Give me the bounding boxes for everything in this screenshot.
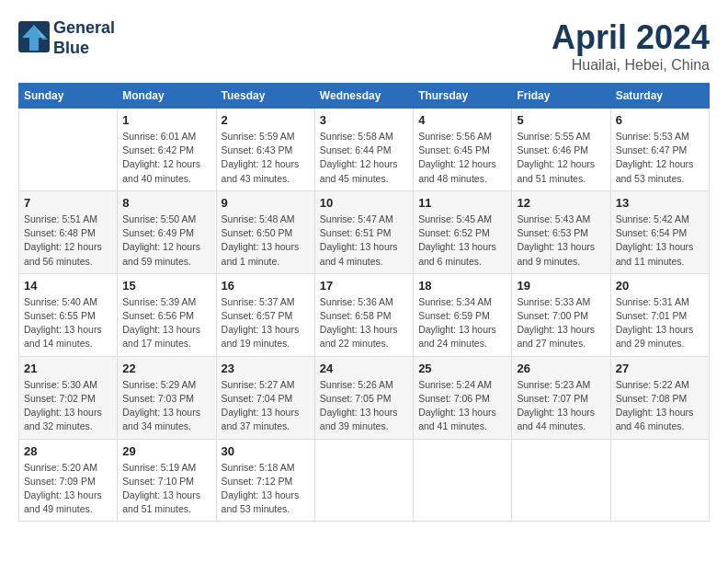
day-info: Sunrise: 5:56 AMSunset: 6:45 PMDaylight:… bbox=[418, 130, 506, 186]
calendar-cell: 2Sunrise: 5:59 AMSunset: 6:43 PMDaylight… bbox=[216, 109, 314, 191]
day-info: Sunrise: 5:40 AMSunset: 6:55 PMDaylight:… bbox=[24, 295, 112, 351]
calendar-cell: 17Sunrise: 5:36 AMSunset: 6:58 PMDayligh… bbox=[314, 273, 413, 356]
day-info: Sunrise: 5:29 AMSunset: 7:03 PMDaylight:… bbox=[122, 378, 210, 434]
day-info: Sunrise: 5:20 AMSunset: 7:09 PMDaylight:… bbox=[24, 461, 112, 517]
day-number: 20 bbox=[616, 279, 704, 293]
calendar-cell: 30Sunrise: 5:18 AMSunset: 7:12 PMDayligh… bbox=[216, 439, 314, 522]
day-number: 30 bbox=[222, 444, 310, 458]
day-info: Sunrise: 5:50 AMSunset: 6:49 PMDaylight:… bbox=[122, 213, 210, 269]
page-header: General Blue April 2024 Huailai, Hebei, … bbox=[18, 18, 710, 74]
location: Huailai, Hebei, China bbox=[552, 57, 710, 74]
day-number: 28 bbox=[24, 444, 112, 458]
calendar-cell bbox=[19, 109, 118, 191]
day-number: 25 bbox=[418, 362, 506, 375]
calendar-cell: 20Sunrise: 5:31 AMSunset: 7:01 PMDayligh… bbox=[610, 273, 709, 356]
calendar-cell: 6Sunrise: 5:53 AMSunset: 6:47 PMDaylight… bbox=[610, 109, 709, 191]
day-info: Sunrise: 5:59 AMSunset: 6:43 PMDaylight:… bbox=[222, 130, 310, 186]
calendar-cell: 10Sunrise: 5:47 AMSunset: 6:51 PMDayligh… bbox=[314, 190, 413, 273]
day-number: 24 bbox=[320, 362, 408, 375]
day-info: Sunrise: 5:42 AMSunset: 6:54 PMDaylight:… bbox=[616, 213, 704, 269]
calendar-cell: 18Sunrise: 5:34 AMSunset: 6:59 PMDayligh… bbox=[414, 273, 512, 356]
calendar-cell: 21Sunrise: 5:30 AMSunset: 7:02 PMDayligh… bbox=[19, 356, 118, 439]
calendar-week-row: 21Sunrise: 5:30 AMSunset: 7:02 PMDayligh… bbox=[19, 356, 710, 439]
calendar-cell bbox=[610, 439, 709, 522]
month-title: April 2024 bbox=[552, 18, 710, 57]
day-info: Sunrise: 5:33 AMSunset: 7:00 PMDaylight:… bbox=[517, 295, 605, 351]
day-number: 26 bbox=[517, 362, 605, 375]
day-number: 10 bbox=[320, 196, 408, 210]
calendar-cell: 16Sunrise: 5:37 AMSunset: 6:57 PMDayligh… bbox=[216, 273, 314, 356]
day-number: 14 bbox=[24, 279, 112, 293]
day-number: 2 bbox=[222, 113, 310, 127]
day-info: Sunrise: 5:58 AMSunset: 6:44 PMDaylight:… bbox=[320, 130, 408, 186]
calendar-week-row: 28Sunrise: 5:20 AMSunset: 7:09 PMDayligh… bbox=[19, 439, 710, 522]
calendar-cell: 12Sunrise: 5:43 AMSunset: 6:53 PMDayligh… bbox=[512, 190, 610, 273]
logo-text: General Blue bbox=[53, 18, 115, 58]
day-info: Sunrise: 5:18 AMSunset: 7:12 PMDaylight:… bbox=[222, 461, 310, 517]
header-row: SundayMondayTuesdayWednesdayThursdayFrid… bbox=[19, 84, 710, 109]
calendar-cell: 1Sunrise: 6:01 AMSunset: 6:42 PMDaylight… bbox=[118, 109, 216, 191]
weekday-header: Monday bbox=[118, 84, 216, 109]
day-info: Sunrise: 5:26 AMSunset: 7:05 PMDaylight:… bbox=[320, 378, 408, 434]
logo-line1: General bbox=[53, 18, 115, 37]
day-info: Sunrise: 5:55 AMSunset: 6:46 PMDaylight:… bbox=[517, 130, 605, 186]
day-number: 21 bbox=[24, 362, 112, 375]
day-number: 27 bbox=[616, 362, 704, 375]
logo: General Blue bbox=[18, 18, 115, 58]
day-number: 3 bbox=[320, 113, 408, 127]
calendar-cell: 19Sunrise: 5:33 AMSunset: 7:00 PMDayligh… bbox=[512, 273, 610, 356]
weekday-header: Tuesday bbox=[216, 84, 314, 109]
calendar-cell: 5Sunrise: 5:55 AMSunset: 6:46 PMDaylight… bbox=[512, 109, 610, 191]
calendar-cell: 23Sunrise: 5:27 AMSunset: 7:04 PMDayligh… bbox=[216, 356, 314, 439]
calendar-cell: 14Sunrise: 5:40 AMSunset: 6:55 PMDayligh… bbox=[19, 273, 118, 356]
day-info: Sunrise: 5:19 AMSunset: 7:10 PMDaylight:… bbox=[122, 461, 210, 517]
day-info: Sunrise: 6:01 AMSunset: 6:42 PMDaylight:… bbox=[122, 130, 210, 186]
calendar-cell: 8Sunrise: 5:50 AMSunset: 6:49 PMDaylight… bbox=[118, 190, 216, 273]
title-block: April 2024 Huailai, Hebei, China bbox=[552, 18, 710, 74]
day-number: 7 bbox=[24, 196, 112, 210]
calendar-cell: 11Sunrise: 5:45 AMSunset: 6:52 PMDayligh… bbox=[414, 190, 512, 273]
day-info: Sunrise: 5:39 AMSunset: 6:56 PMDaylight:… bbox=[122, 295, 210, 351]
day-number: 12 bbox=[517, 196, 605, 210]
day-info: Sunrise: 5:53 AMSunset: 6:47 PMDaylight:… bbox=[616, 130, 704, 186]
day-info: Sunrise: 5:37 AMSunset: 6:57 PMDaylight:… bbox=[222, 295, 310, 351]
day-number: 19 bbox=[517, 279, 605, 293]
calendar-cell: 25Sunrise: 5:24 AMSunset: 7:06 PMDayligh… bbox=[414, 356, 512, 439]
day-info: Sunrise: 5:30 AMSunset: 7:02 PMDaylight:… bbox=[24, 378, 112, 434]
day-number: 18 bbox=[418, 279, 506, 293]
calendar-cell bbox=[512, 439, 610, 522]
day-number: 15 bbox=[122, 279, 210, 293]
logo-icon bbox=[18, 21, 50, 56]
day-info: Sunrise: 5:27 AMSunset: 7:04 PMDaylight:… bbox=[222, 378, 310, 434]
day-info: Sunrise: 5:45 AMSunset: 6:52 PMDaylight:… bbox=[418, 213, 506, 269]
day-info: Sunrise: 5:36 AMSunset: 6:58 PMDaylight:… bbox=[320, 295, 408, 351]
calendar-week-row: 14Sunrise: 5:40 AMSunset: 6:55 PMDayligh… bbox=[19, 273, 710, 356]
weekday-header: Wednesday bbox=[314, 84, 413, 109]
day-info: Sunrise: 5:31 AMSunset: 7:01 PMDaylight:… bbox=[616, 295, 704, 351]
calendar-cell: 28Sunrise: 5:20 AMSunset: 7:09 PMDayligh… bbox=[19, 439, 118, 522]
calendar-table: SundayMondayTuesdayWednesdayThursdayFrid… bbox=[18, 83, 710, 522]
day-number: 22 bbox=[122, 362, 210, 375]
day-number: 1 bbox=[122, 113, 210, 127]
calendar-cell: 15Sunrise: 5:39 AMSunset: 6:56 PMDayligh… bbox=[118, 273, 216, 356]
logo-line2: Blue bbox=[53, 39, 89, 57]
calendar-cell bbox=[414, 439, 512, 522]
calendar-cell: 4Sunrise: 5:56 AMSunset: 6:45 PMDaylight… bbox=[414, 109, 512, 191]
day-info: Sunrise: 5:23 AMSunset: 7:07 PMDaylight:… bbox=[517, 378, 605, 434]
day-number: 6 bbox=[616, 113, 704, 127]
weekday-header: Thursday bbox=[414, 84, 512, 109]
day-info: Sunrise: 5:34 AMSunset: 6:59 PMDaylight:… bbox=[418, 295, 506, 351]
weekday-header: Sunday bbox=[19, 84, 118, 109]
calendar-cell bbox=[314, 439, 413, 522]
calendar-cell: 13Sunrise: 5:42 AMSunset: 6:54 PMDayligh… bbox=[610, 190, 709, 273]
calendar-cell: 3Sunrise: 5:58 AMSunset: 6:44 PMDaylight… bbox=[314, 109, 413, 191]
calendar-week-row: 1Sunrise: 6:01 AMSunset: 6:42 PMDaylight… bbox=[19, 109, 710, 191]
day-number: 17 bbox=[320, 279, 408, 293]
day-number: 4 bbox=[418, 113, 506, 127]
calendar-cell: 26Sunrise: 5:23 AMSunset: 7:07 PMDayligh… bbox=[512, 356, 610, 439]
day-info: Sunrise: 5:51 AMSunset: 6:48 PMDaylight:… bbox=[24, 213, 112, 269]
day-info: Sunrise: 5:24 AMSunset: 7:06 PMDaylight:… bbox=[418, 378, 506, 434]
day-number: 5 bbox=[517, 113, 605, 127]
day-number: 9 bbox=[222, 196, 310, 210]
day-number: 29 bbox=[122, 444, 210, 458]
